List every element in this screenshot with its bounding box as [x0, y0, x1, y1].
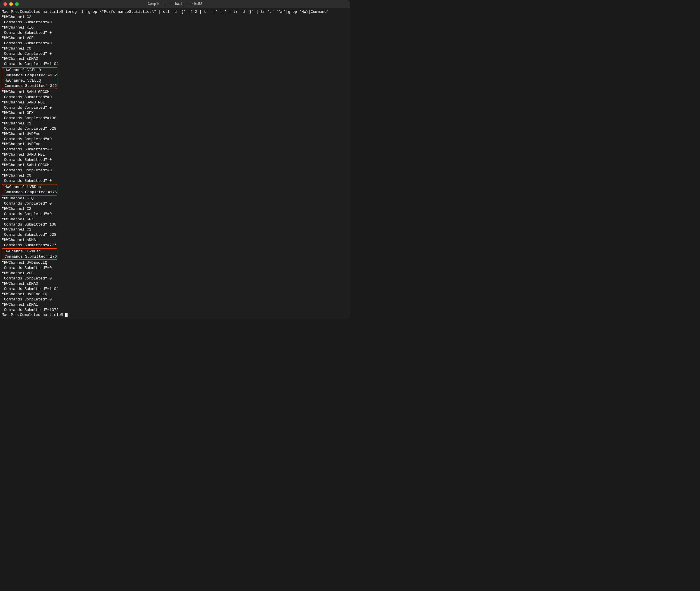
output-line: "HWChannel C2 — [2, 206, 348, 211]
output-line: Commands Submitted"=0 — [2, 147, 348, 152]
output-line: "HWChannel VCE — [2, 36, 348, 41]
output-line: Commands Submitted"=0 — [2, 178, 348, 184]
cursor — [65, 313, 68, 317]
output-line: "HWChannel C1 — [2, 227, 348, 232]
output-line: Commands Completed"=0 — [2, 137, 348, 142]
output-line: "HWChannel UVDEnc — [2, 131, 348, 137]
output-line: "HWChannel SAMU RBI — [2, 100, 348, 105]
output-line: Commands Completed"=0 — [2, 51, 348, 57]
prompt-text: Mac-Pro:Completed martinlo$ ioreg -l |gr… — [2, 10, 329, 14]
terminal-content[interactable]: Mac-Pro:Completed martinlo$ ioreg -l |gr… — [0, 8, 350, 319]
output-line: "HWChannel sDMA0 — [2, 56, 348, 62]
output-line: Commands Completed"=0 — [2, 168, 348, 173]
output-line: "HWChannel SAMU RBI — [2, 152, 348, 157]
output-line: "HWChannel UVDEnc — [2, 142, 348, 147]
highlighted-line: Commands Submitted"=352 — [2, 83, 57, 88]
output-line: "HWChannel sDMA0 — [2, 281, 348, 286]
output-line: Commands Completed"=0 — [2, 105, 348, 111]
highlighted-line: "HWChannel VCELLQ — [2, 78, 57, 83]
output-line: Commands Submitted"=528 — [2, 232, 348, 238]
close-button[interactable] — [3, 2, 7, 6]
output-line: Commands Submitted"=0 — [2, 95, 348, 100]
output-line: "HWChannel KIQ — [2, 25, 348, 30]
output-line: Commands Completed"=138 — [2, 116, 348, 121]
output-line: "HWChannel C0 — [2, 46, 348, 51]
output-line: "HWChannel C2 — [2, 14, 348, 20]
output-line: "HWChannel SAMU GPCOM — [2, 89, 348, 95]
output-line: Commands Submitted"=0 — [2, 20, 348, 25]
output-line: Commands Completed"=0 — [2, 276, 348, 281]
window-title: Completed — -bash — 149×58 — [148, 2, 202, 6]
output-line: Commands Completed"=528 — [2, 126, 348, 131]
highlighted-line: "HWChannel UVDDec — [2, 249, 57, 254]
output-line: "HWChannel sDMA1 — [2, 238, 348, 243]
traffic-lights — [3, 2, 19, 6]
minimize-button[interactable] — [9, 2, 13, 6]
output-line: "HWChannel GFX — [2, 111, 348, 116]
output-line: Commands Submitted"=0 — [2, 157, 348, 162]
output-line: Commands Submitted"=0 — [2, 30, 348, 36]
command-line: Mac-Pro:Completed martinlo$ ioreg -l |gr… — [2, 9, 348, 14]
output-line: Commands Submitted"=1072 — [2, 308, 348, 313]
output-line: "HWChannel C0 — [2, 173, 348, 178]
output-line: Commands Completed"=1104 — [2, 62, 348, 67]
highlighted-line: Commands Completed"=176 — [2, 190, 57, 195]
prompt-end-line: Mac-Pro:Completed martinlo$ — [2, 312, 348, 318]
output-line: "HWChannel C1 — [2, 121, 348, 126]
highlighted-line: Commands Completed"=352 — [2, 73, 57, 78]
terminal-window: Completed — -bash — 149×58 Mac-Pro:Compl… — [0, 0, 350, 319]
output-line: "HWChannel GFX — [2, 217, 348, 222]
titlebar: Completed — -bash — 149×58 — [0, 0, 350, 8]
output-line: Commands Submitted"=0 — [2, 265, 348, 271]
output-line: "HWChannel SAMU GPCOM — [2, 162, 348, 168]
maximize-button[interactable] — [15, 2, 19, 6]
output-line: Commands Completed"=0 — [2, 211, 348, 217]
prompt-end-text: Mac-Pro:Completed martinlo$ — [2, 313, 65, 317]
output-line: Commands Completed"=0 — [2, 297, 348, 302]
output-line: "HWChannel KIQ — [2, 196, 348, 201]
output-line: Commands Submitted"=1104 — [2, 286, 348, 292]
output-line: Commands Completed"=0 — [2, 201, 348, 206]
highlighted-line: Commands Submitted"=176 — [2, 254, 57, 259]
output-line: "HWChannel VCE — [2, 271, 348, 276]
output-line: Commands Submitted"=0 — [2, 41, 348, 46]
output-line: "HWChannel sDMA1 — [2, 302, 348, 308]
output-line: "HWChannel UVDEncLLQ — [2, 292, 348, 297]
output-line: Commands Submitted"=777 — [2, 243, 348, 248]
highlighted-line: "HWChannel VCELLQ — [2, 68, 57, 73]
output-line: "HWChannel UVDEncLLQ — [2, 260, 348, 265]
highlighted-line: "HWChannel UVDDec — [2, 185, 57, 190]
output-line: Commands Submitted"=138 — [2, 222, 348, 227]
